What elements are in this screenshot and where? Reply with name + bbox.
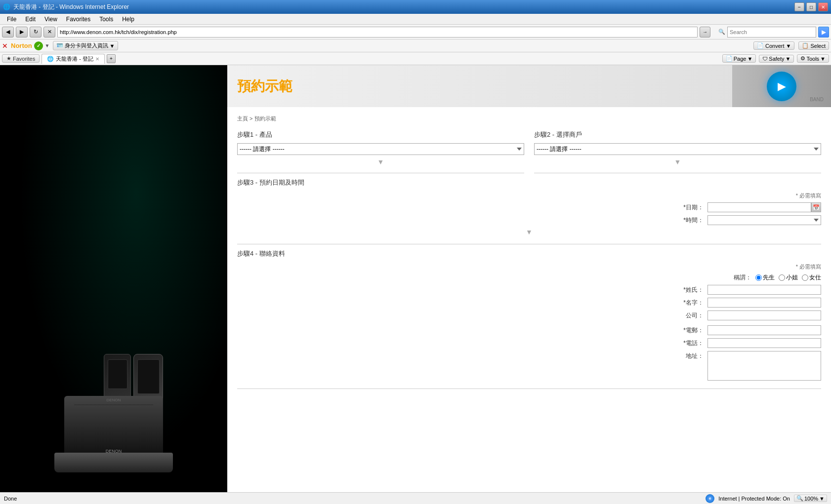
back-button[interactable]: ◀ <box>2 27 14 38</box>
phone-input[interactable] <box>707 338 821 348</box>
id-label: 身分卡與登入資訊 <box>65 42 108 49</box>
step2-chevron-icon: ▼ <box>534 158 821 166</box>
search-input[interactable] <box>727 27 816 38</box>
date-input[interactable] <box>707 202 811 212</box>
safety-arrow-icon: ▼ <box>786 56 791 62</box>
toolbar2-right: 📄 Convert ▼ 📋 Select <box>753 41 829 50</box>
page-button[interactable]: 📄 Page ▼ <box>722 54 756 63</box>
select-button[interactable]: 📋 Select <box>798 41 829 50</box>
step2-select[interactable]: ------ 請選擇 ------ <box>534 143 821 155</box>
forward-button[interactable]: ▶ <box>16 27 28 38</box>
dock-label: DENON <box>44 449 183 454</box>
status-right: e Internet | Protected Mode: On 🔍 100% ▼ <box>706 494 827 503</box>
restore-button[interactable]: □ <box>806 2 816 11</box>
ie-icon: e <box>706 494 714 503</box>
play-button[interactable]: ▶ <box>767 72 796 101</box>
tools-button[interactable]: ⚙ Tools ▼ <box>797 54 829 63</box>
step1-section: 步驟1 - 產品 ------ 請選擇 ------ ▼ <box>237 130 524 173</box>
radio-mr[interactable] <box>755 274 762 281</box>
calendar-icon[interactable]: 📅 <box>811 202 821 212</box>
step4-required-note: * 必需填寫 <box>237 263 821 271</box>
menu-view[interactable]: View <box>41 15 61 24</box>
stop-button[interactable]: ✕ <box>43 27 55 38</box>
menu-file[interactable]: File <box>3 15 20 24</box>
favtabs-right: 📄 Page ▼ 🛡 Safety ▼ ⚙ Tools ▼ <box>722 54 829 63</box>
main-window: DENON DENON 預約示範 ▶ BAND 主頁 > 預 <box>0 65 831 492</box>
radio-mrs[interactable] <box>802 274 808 281</box>
go-button[interactable]: → <box>700 27 710 38</box>
date-row: *日期： 📅 <box>237 202 821 212</box>
breadcrumb-separator: > <box>249 116 254 121</box>
safety-label: Safety <box>769 56 784 62</box>
minimize-button[interactable]: − <box>794 2 804 11</box>
tab-close-icon[interactable]: ✕ <box>95 56 99 62</box>
left-panel: DENON DENON <box>0 65 227 492</box>
step3-title-text: 步驟3 - 預約日期及時間 <box>237 179 304 186</box>
menu-tools[interactable]: Tools <box>95 15 117 24</box>
window-title: 天龍香港 - 登記 - Windows Internet Explorer <box>13 3 129 11</box>
step3-required-note: * 必需填寫 <box>237 192 821 199</box>
surname-input[interactable] <box>707 285 821 295</box>
convert-button[interactable]: 📄 Convert ▼ <box>753 41 794 50</box>
company-row: 公司： <box>237 310 821 320</box>
tools-icon: ⚙ <box>800 55 805 62</box>
radio-mr-label: 先生 <box>763 273 775 282</box>
radio-group: 先生 小姐 女仕 <box>755 273 821 282</box>
tab-label: 天龍香港 - 登記 <box>56 55 93 63</box>
radio-miss-option[interactable]: 小姐 <box>779 273 798 282</box>
tools-label: Tools <box>806 56 819 62</box>
surname-row: *姓氏： <box>237 285 821 295</box>
close-button[interactable]: ✕ <box>818 2 828 11</box>
radio-mrs-option[interactable]: 女仕 <box>802 273 821 282</box>
company-label: 公司： <box>674 311 704 320</box>
surname-label: *姓氏： <box>674 286 704 294</box>
form-area: 主頁 > 預約示範 步驟1 - 產品 ------ 請選擇 ------ ▼ <box>227 107 831 399</box>
radio-mr-option[interactable]: 先生 <box>755 273 775 282</box>
page-arrow-icon: ▼ <box>747 56 752 62</box>
radio-miss[interactable] <box>779 274 785 281</box>
favorites-button[interactable]: ★ Favorites <box>2 54 40 63</box>
live-search-label: 🔍 <box>718 29 725 35</box>
step1-title: 步驟1 - 產品 <box>237 130 524 139</box>
star-icon: ★ <box>6 55 11 62</box>
zoom-icon: 🔍 <box>796 495 803 502</box>
convert-arrow-icon: ▼ <box>786 43 791 49</box>
norton-badge: Norton ✓ ▼ <box>11 41 50 50</box>
address-textarea[interactable] <box>707 351 821 381</box>
address-label: 地址： <box>674 352 704 360</box>
email-label: *電郵： <box>674 326 704 335</box>
menu-edit[interactable]: Edit <box>21 15 40 24</box>
safety-button[interactable]: 🛡 Safety ▼ <box>759 55 794 63</box>
address-input[interactable] <box>57 27 698 38</box>
breadcrumb-home[interactable]: 主頁 <box>237 116 248 121</box>
zoom-button[interactable]: 🔍 100% ▼ <box>794 495 827 502</box>
banner-title: 預約示範 <box>237 77 292 96</box>
search-go-button[interactable]: ▶ <box>818 27 829 38</box>
tab-tianlong[interactable]: 🌐 天龍香港 - 登記 ✕ <box>42 54 105 64</box>
radio-mrs-label: 女仕 <box>809 273 821 282</box>
address-row: 地址： <box>237 351 821 381</box>
select-icon: 📋 <box>802 42 809 49</box>
zoom-level: 100% <box>804 496 818 502</box>
title-label: 稱謂： <box>722 273 751 282</box>
company-input[interactable] <box>707 310 821 320</box>
norton-dropdown-arrow[interactable]: ▼ <box>45 43 50 48</box>
menu-favorites[interactable]: Favorites <box>62 15 94 24</box>
menu-help[interactable]: Help <box>118 15 138 24</box>
step1-select[interactable]: ------ 請選擇 ------ <box>237 143 524 155</box>
id-card-button[interactable]: 🪪 身分卡與登入資訊 ▼ <box>53 41 119 50</box>
title-bar-left: 🌐 天龍香港 - 登記 - Windows Internet Explorer <box>3 3 129 11</box>
step2-title-text: 步驟2 - 選擇商戶 <box>534 130 582 139</box>
tab-icon: 🌐 <box>47 56 54 62</box>
email-input[interactable] <box>707 325 821 335</box>
dock-main-image: DENON <box>64 396 163 455</box>
refresh-button[interactable]: ↻ <box>30 27 42 38</box>
new-tab-button[interactable]: + <box>107 54 116 63</box>
product-image-area: DENON DENON <box>0 65 227 492</box>
step2-title: 步驟2 - 選擇商戶 <box>534 130 821 139</box>
firstname-input[interactable] <box>707 298 821 308</box>
id-arrow: ▼ <box>110 43 115 49</box>
firstname-label: *名字： <box>674 299 704 307</box>
time-select[interactable] <box>707 215 821 225</box>
content-area: 預約示範 ▶ BAND 主頁 > 預約示範 步驟1 - 產品 <box>227 65 831 492</box>
